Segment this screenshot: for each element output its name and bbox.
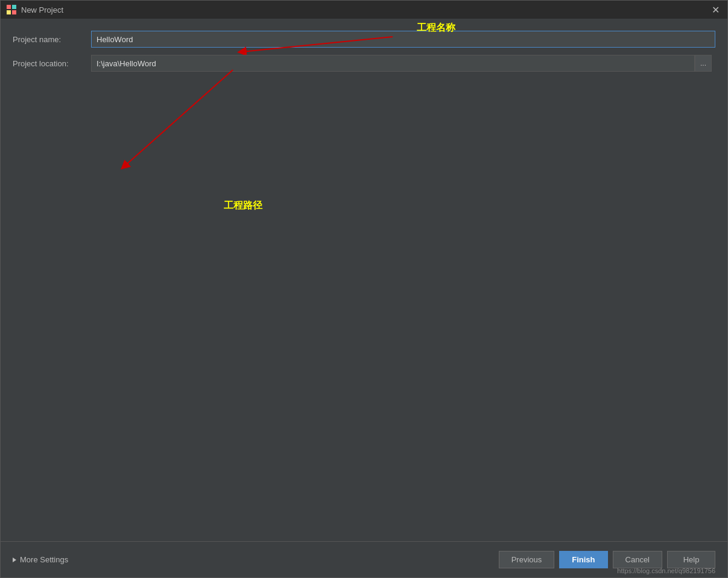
project-location-row: Project location: ... 工程路径 — [13, 55, 715, 72]
dialog-inner: Project name: 工程名称 P — [1, 19, 727, 577]
title-bar: New Project ✕ — [1, 1, 727, 19]
more-settings-triangle — [13, 558, 16, 562]
more-settings[interactable]: More Settings — [13, 555, 68, 564]
close-button[interactable]: ✕ — [709, 4, 721, 16]
svg-rect-1 — [12, 5, 16, 9]
project-name-input-wrapper — [91, 31, 715, 48]
more-settings-label: More Settings — [20, 555, 68, 564]
svg-rect-3 — [12, 10, 16, 14]
app-icon — [7, 5, 16, 14]
dialog-window: New Project ✕ Project name: — [0, 0, 728, 578]
previous-button[interactable]: Previous — [499, 551, 555, 568]
title-bar-left: New Project — [7, 5, 63, 14]
help-button[interactable]: Help — [667, 551, 715, 568]
cancel-button[interactable]: Cancel — [613, 551, 662, 568]
svg-rect-2 — [7, 10, 11, 14]
finish-button[interactable]: Finish — [559, 551, 607, 568]
bottom-bar: More Settings Previous Finish Cancel Hel… — [1, 541, 727, 577]
project-location-label: Project location: — [13, 59, 91, 68]
main-area — [13, 79, 715, 541]
svg-rect-0 — [7, 5, 11, 9]
project-name-label: Project name: — [13, 35, 91, 44]
project-name-input[interactable] — [91, 31, 715, 48]
browse-button[interactable]: ... — [695, 55, 712, 72]
button-group: Previous Finish Cancel Help — [499, 551, 715, 568]
window-title: New Project — [21, 5, 63, 14]
location-input-group: ... — [91, 55, 715, 72]
project-location-input[interactable] — [91, 55, 695, 72]
project-name-row: Project name: 工程名称 — [13, 31, 715, 48]
dialog-content: Project name: 工程名称 P — [1, 19, 727, 541]
annotation-name-label: 工程名称 — [417, 22, 455, 34]
watermark: https://blog.csdn.net/q982191756 — [617, 567, 715, 574]
